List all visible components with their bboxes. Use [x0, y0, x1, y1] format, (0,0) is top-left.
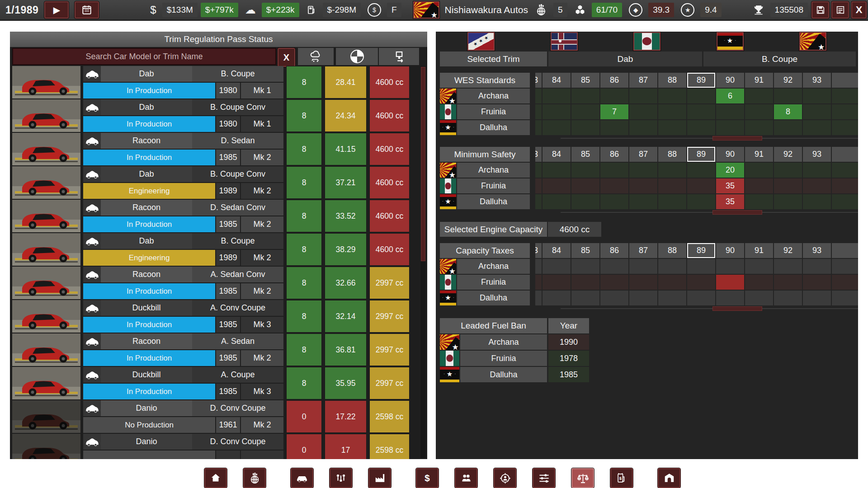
year-cell: [535, 120, 542, 135]
search-clear-button[interactable]: X: [278, 48, 295, 67]
vertical-scrollbar[interactable]: [420, 66, 426, 458]
trim-row[interactable]: DuckbillA. CoupeIn Production1985Mk 3835…: [12, 367, 419, 399]
year-cell: [687, 120, 715, 135]
nav-marketing-button[interactable]: [494, 468, 516, 488]
nav-models-button[interactable]: [291, 468, 313, 488]
trim-year: 1985: [216, 150, 240, 165]
country-tab-fruinia[interactable]: [633, 32, 660, 51]
search-input[interactable]: [12, 48, 276, 65]
vertical-scrollbar-thumb[interactable]: [421, 67, 425, 261]
year-cell: [745, 194, 773, 209]
trim-year: [216, 450, 240, 459]
trim-mark: Mk 2: [241, 150, 283, 165]
country-tab-hetvesia[interactable]: [551, 32, 578, 51]
trim-row[interactable]: RacoonA. Sedan ConvIn Production1985Mk 2…: [12, 267, 419, 299]
model-name: Dab: [101, 233, 192, 249]
year-cell: [687, 104, 715, 119]
trim-mark: Mk 3: [241, 317, 283, 333]
trim-row[interactable]: DabB. Coupe ConvEngineering1989Mk 2837.2…: [12, 166, 419, 199]
nav-home-button[interactable]: [204, 468, 227, 488]
fuel-ban-year-column: Year: [548, 318, 589, 333]
safety-cell: 33.52: [325, 200, 367, 232]
year-cell: [542, 275, 571, 290]
trim-row[interactable]: RacoonA. SedanIn Production1985Mk 2836.8…: [12, 333, 419, 366]
country-tab-dalluha[interactable]: ∙ ★ ∙: [717, 32, 744, 51]
h-scrollbar[interactable]: [561, 210, 858, 215]
fuel-ban-year: 1985: [548, 367, 589, 382]
year-cell: [542, 89, 571, 103]
emissions-cell: 8: [286, 66, 322, 99]
car-thumbnail: [12, 267, 80, 299]
trim-row[interactable]: DabB. CoupeIn Production1980Mk 1828.4146…: [12, 66, 419, 99]
year-header: 93: [803, 147, 831, 162]
year-cell: [535, 194, 542, 209]
nav-fuel-button[interactable]: $: [610, 468, 633, 488]
emissions-cell: 8: [286, 233, 322, 266]
trim-year: 1985: [216, 384, 240, 399]
trim-row[interactable]: RacoonD. Sedan ConvIn Production1985Mk 2…: [12, 200, 419, 232]
trim-row[interactable]: DanioD. Conv Coupe0172598 cc: [12, 434, 419, 459]
year-cell: [803, 178, 831, 193]
country-tab-gasmea[interactable]: ★ ★ ★: [467, 32, 495, 51]
trim-row[interactable]: DuckbillA. Conv CoupeIn Production1985Mk…: [12, 300, 419, 333]
nav-factories-button[interactable]: [368, 468, 391, 488]
regulation-table-capacity-taxes: Capacity Taxes8384858687888990919293★Arc…: [440, 243, 858, 311]
nav-world-button[interactable]: [243, 468, 266, 488]
nav-staff-button[interactable]: [455, 468, 477, 488]
year-cell: [774, 163, 802, 178]
balance-value: $133M: [162, 3, 198, 17]
year-cell: [542, 120, 571, 135]
trim-row[interactable]: DanioD. Conv CoupeNo Production1961Mk 20…: [12, 400, 419, 433]
h-scrollbar-thumb[interactable]: [712, 210, 762, 215]
save-button[interactable]: [811, 1, 829, 19]
year-cell: [832, 120, 858, 135]
nav-finances-button[interactable]: $: [416, 468, 439, 488]
year-cell: [629, 178, 657, 193]
trim-year: 1985: [216, 216, 240, 232]
trim-row[interactable]: DabB. CoupeEngineering1989Mk 2838.294600…: [12, 233, 419, 266]
h-scrollbar-thumb[interactable]: [712, 306, 762, 311]
nav-engines-button[interactable]: [330, 468, 352, 488]
nav-dealerships-button[interactable]: [658, 468, 680, 488]
cloud-icon: ☁: [242, 3, 259, 17]
year-cell: [803, 104, 831, 119]
safety-cell: 35.95: [325, 367, 367, 399]
trim-car-icon: [85, 270, 99, 280]
year-cell: [832, 291, 858, 305]
country-flag-icon: ★: [440, 334, 459, 350]
year-cell: [774, 194, 802, 209]
h-scrollbar[interactable]: [561, 136, 858, 141]
year-header: 89: [687, 73, 715, 88]
h-scrollbar-thumb[interactable]: [712, 136, 762, 141]
country-tab-archana[interactable]: ★: [799, 32, 826, 51]
trim-mark: Mk 1: [241, 116, 283, 132]
year-cell: [803, 259, 831, 274]
trim-year: 1980: [216, 83, 240, 99]
nav-regulations-button[interactable]: [571, 468, 594, 488]
year-header: 93: [803, 73, 831, 88]
trim-name: A. Coupe: [192, 367, 283, 383]
year-cell: [629, 104, 657, 119]
country-flag-icon: ∙ ★ ∙: [440, 194, 456, 209]
year-header-partial: [832, 73, 858, 88]
selected-model-value: Dab: [548, 52, 702, 66]
game-date: 1/1989: [5, 4, 38, 16]
fuel-grade-value: F: [387, 3, 401, 17]
year-cell: [658, 163, 686, 178]
year-cell: [629, 259, 657, 274]
calendar-button[interactable]: [75, 1, 99, 19]
h-scrollbar[interactable]: [561, 306, 858, 311]
money-icon: $: [147, 3, 159, 17]
model-name: Duckbill: [101, 367, 192, 383]
emissions-cell: 8: [286, 367, 322, 399]
trim-row[interactable]: DabB. Coupe ConvIn Production1980Mk 1824…: [12, 99, 419, 132]
year-cell: [774, 120, 802, 135]
close-button[interactable]: X: [851, 1, 867, 19]
play-button[interactable]: ▶: [44, 1, 69, 19]
year-cell: [542, 194, 571, 209]
nav-settings-button[interactable]: [533, 468, 555, 488]
car-icon-cell: [83, 200, 101, 216]
trim-row[interactable]: RacoonD. SedanIn Production1985Mk 2841.1…: [12, 133, 419, 165]
trim-mark: Mk 2: [241, 350, 283, 366]
news-button[interactable]: [831, 1, 849, 19]
